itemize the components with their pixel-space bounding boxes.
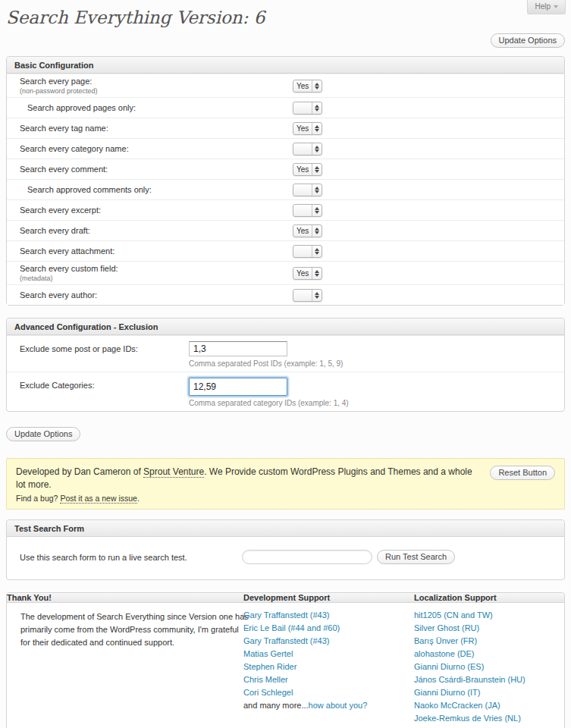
config-row-search-every-category-name: Search every category name: <box>7 138 564 158</box>
select-value <box>293 143 312 155</box>
row-exclude-post-ids: Exclude some post or page IDs: Comma sep… <box>7 335 564 372</box>
chevron-down-icon <box>554 5 558 8</box>
row-label: Search every tag name: <box>7 124 293 133</box>
stepper-icons <box>312 102 322 114</box>
stepper-up-icon <box>315 166 319 169</box>
config-row-search-every-tag-name: Search every tag name: Yes <box>7 118 564 138</box>
loc-support-link[interactable]: alohastone (DE) <box>414 648 526 661</box>
localization-support-header: Localization Support <box>414 593 497 602</box>
search-every-excerpt-select[interactable] <box>293 204 322 217</box>
stepper-icons <box>312 268 322 279</box>
page-title: Search Everything Version: 6 <box>6 7 565 28</box>
stepper-down-icon <box>315 211 319 214</box>
stepper-up-icon <box>315 292 319 295</box>
select-value <box>293 205 312 216</box>
row-label: Search every comment: <box>7 165 293 174</box>
test-search-input[interactable] <box>242 550 372 564</box>
stepper-down-icon <box>315 86 319 89</box>
post-new-issue-link[interactable]: Post it as a new issue <box>60 494 137 504</box>
search-approved-comments-only-select[interactable] <box>293 184 322 196</box>
stepper-icons <box>312 225 322 237</box>
update-options-button-bottom[interactable]: Update Options <box>6 427 80 441</box>
search-every-category-name-select[interactable] <box>293 143 322 155</box>
config-row-search-approved-comments-only: Search approved comments only: <box>7 179 564 199</box>
row-label: Search every custom field: <box>20 264 118 273</box>
development-support-header: Development Support <box>243 593 414 602</box>
loc-support-link[interactable]: Naoko McCracken (JA) <box>414 699 526 712</box>
config-row-search-every-attachment: Search every attachment: <box>7 240 564 261</box>
reset-button[interactable]: Reset Button <box>490 466 555 480</box>
loc-support-link[interactable]: Silver Ghost (RU) <box>414 622 526 635</box>
row-label: Search every page: <box>20 77 92 86</box>
select-value: Yes <box>293 268 312 279</box>
loc-support-link[interactable]: Barış Ünver (FR) <box>414 635 526 648</box>
test-search-description: Use this search form to run a live searc… <box>7 553 242 562</box>
thank-you-header: Thank You! <box>7 593 243 602</box>
stepper-up-icon <box>315 125 319 128</box>
dev-support-link[interactable]: Chris Meller <box>243 673 367 686</box>
stepper-icons <box>312 205 322 216</box>
loc-support-link[interactable]: Joeke-Remkus de Vries (NL) <box>414 712 526 725</box>
dev-support-link[interactable]: Gary Traffanstedt (#43) <box>243 609 367 622</box>
exclude-categories-input[interactable] <box>189 378 287 396</box>
dev-support-link[interactable]: Cori Schlegel <box>243 686 367 699</box>
stepper-up-icon <box>315 105 319 108</box>
loc-support-link[interactable]: János Csárdi-Braunstein (HU) <box>414 673 526 686</box>
config-row-search-every-draft: Search every draft: Yes <box>7 220 564 240</box>
dev-support-link[interactable]: Matias Gertel <box>243 648 367 661</box>
dev-support-link[interactable]: Stephen Rider <box>243 661 367 673</box>
stepper-icons <box>312 123 322 134</box>
config-row-search-approved-pages-only: Search approved pages only: <box>7 97 564 118</box>
stepper-down-icon <box>315 252 319 255</box>
run-test-search-button[interactable]: Run Test Search <box>377 550 455 564</box>
config-row-search-every-author: Search every author: <box>7 284 564 305</box>
search-every-tag-name-select[interactable]: Yes <box>293 122 322 135</box>
search-approved-pages-only-select[interactable] <box>293 102 322 115</box>
how-about-you-link[interactable]: how about you? <box>309 701 368 710</box>
field-hint: Comma separated Post IDs (example: 1, 5,… <box>189 359 343 368</box>
select-value: Yes <box>293 225 312 237</box>
select-value <box>293 184 312 196</box>
row-label: Search every author: <box>7 290 293 300</box>
stepper-icons <box>312 246 322 257</box>
row-exclude-categories: Exclude Categories: Comma separated cate… <box>7 372 564 411</box>
search-every-page-select[interactable]: Yes <box>293 80 322 93</box>
search-every-draft-select[interactable]: Yes <box>293 224 322 237</box>
search-every-attachment-select[interactable] <box>293 245 322 258</box>
dev-support-link[interactable]: Eric Le Bail (#44 and #60) <box>243 622 367 635</box>
loc-support-link[interactable]: Gianni Diurno (IT) <box>414 686 526 699</box>
search-every-comment-select[interactable]: Yes <box>293 163 322 176</box>
row-label: Search every draft: <box>7 226 293 235</box>
notice-text: Developed by Dan Cameron of <box>16 466 143 477</box>
config-row-search-every-custom-field: Search every custom field: (metadata) Ye… <box>7 261 564 284</box>
bottom-actions: Update Options <box>6 427 565 441</box>
thank-you-panel: Thank You! Development Support Localizat… <box>6 592 565 728</box>
dev-support-link[interactable]: Gary Traffanstedt (#43) <box>243 635 367 648</box>
stepper-down-icon <box>315 149 319 152</box>
stepper-icons <box>312 290 322 301</box>
loc-support-link[interactable]: hit1205 (CN and TW) <box>414 609 526 622</box>
stepper-down-icon <box>315 274 319 277</box>
search-every-custom-field-select[interactable]: Yes <box>293 267 322 280</box>
help-button[interactable]: Help <box>527 0 566 14</box>
loc-support-link[interactable]: Silver Ghost (RU) <box>414 725 526 728</box>
row-label: Exclude some post or page IDs: <box>7 341 189 368</box>
loc-support-link[interactable]: Gianni Diurno (ES) <box>414 661 526 673</box>
stepper-up-icon <box>315 270 319 273</box>
find-bug-text: Find a bug? <box>16 494 60 503</box>
exclude-post-ids-input[interactable] <box>189 341 287 356</box>
stepper-icons <box>312 184 322 196</box>
test-search-panel: Test Search Form Use this search form to… <box>6 519 565 580</box>
row-label: Search approved comments only: <box>7 185 293 194</box>
stepper-up-icon <box>315 207 319 210</box>
help-label: Help <box>535 2 551 11</box>
select-value <box>293 246 312 257</box>
update-options-button-top[interactable]: Update Options <box>491 33 565 48</box>
sprout-venture-link[interactable]: Sprout Venture <box>143 466 204 478</box>
search-every-author-select[interactable] <box>293 289 322 302</box>
stepper-up-icon <box>315 83 319 86</box>
basic-configuration-header: Basic Configuration <box>7 57 564 74</box>
config-row-search-every-comment: Search every comment: Yes <box>7 158 564 179</box>
stepper-icons <box>312 80 322 92</box>
stepper-down-icon <box>315 170 319 173</box>
